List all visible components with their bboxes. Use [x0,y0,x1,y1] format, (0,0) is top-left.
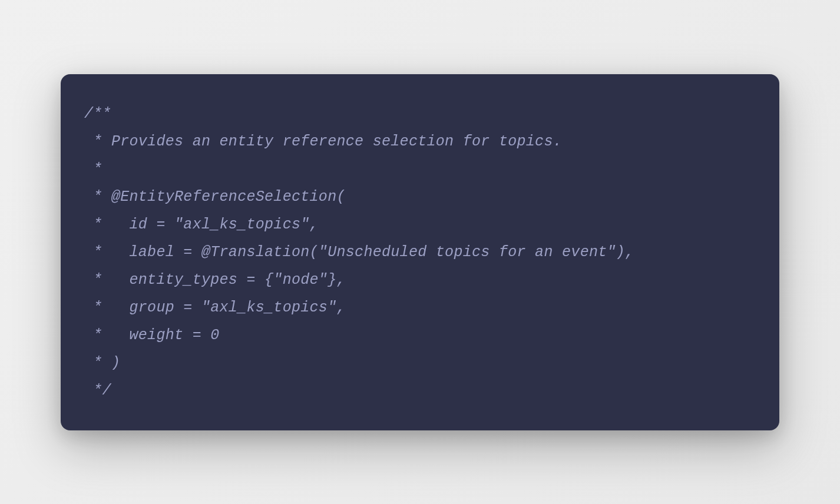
code-block: /** * Provides an entity reference selec… [61,74,779,430]
code-content: /** * Provides an entity reference selec… [84,100,756,404]
